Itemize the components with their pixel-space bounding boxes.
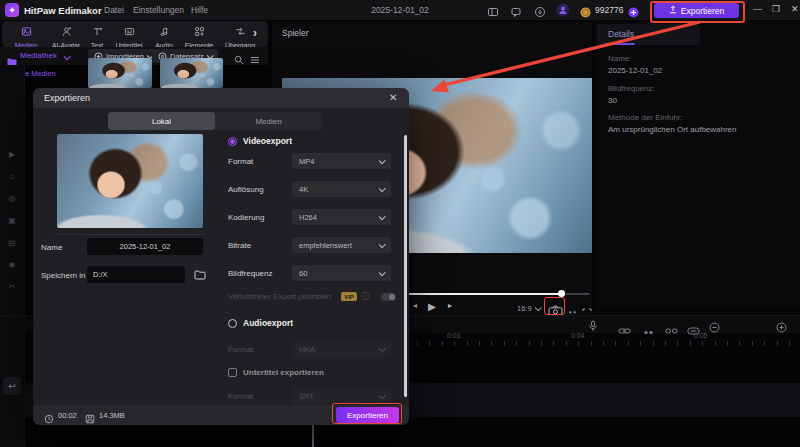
format-value: MP4: [299, 157, 314, 166]
framerate-select[interactable]: 60: [292, 265, 391, 281]
export-button-top[interactable]: Exportieren: [654, 3, 739, 18]
sidebar-tool-icon[interactable]: ◍: [6, 194, 18, 203]
subtitle-format-value: SRT: [299, 392, 314, 401]
next-frame-icon[interactable]: ▸: [448, 301, 452, 310]
vip-badge: VIP: [341, 292, 357, 301]
encoding-value: H264: [299, 213, 317, 222]
tab-elemente[interactable]: Elemente: [182, 23, 216, 45]
library-label[interactable]: Mediathek: [20, 51, 57, 60]
dialog-scrollbar[interactable]: [404, 135, 407, 397]
tool-sidebar: ▶ ♫ ◍ ▣ ▤ ◉ ✂ ↩: [0, 65, 25, 447]
save-location-input[interactable]: [87, 266, 185, 283]
sidebar-tool-icon[interactable]: ◉: [6, 260, 18, 269]
details-tab-underline: [605, 43, 635, 45]
audio-format-select: MKA: [292, 341, 391, 357]
transition-arrows-icon: [235, 23, 246, 41]
play-icon[interactable]: ▶: [428, 301, 436, 312]
tab-untertitel[interactable]: Untertitel: [112, 23, 146, 45]
menu-datei[interactable]: Datei: [104, 5, 124, 15]
media-thumbnail[interactable]: [160, 58, 223, 88]
close-icon[interactable]: ✕: [791, 4, 799, 14]
download-icon[interactable]: [534, 4, 546, 22]
undo-icon[interactable]: ↩: [3, 377, 21, 395]
media-thumbnail[interactable]: [88, 58, 152, 88]
upload-icon: [669, 5, 677, 16]
app-name: HitPaw Edimakor: [24, 5, 102, 16]
record-voiceover-icon[interactable]: [588, 318, 598, 336]
project-title: 2025-12-01_02: [352, 5, 448, 15]
audio-export-radio[interactable]: [228, 319, 237, 328]
menu-einstellungen[interactable]: Einstellungen: [133, 5, 184, 15]
detail-fps-label: Bildfrequenz:: [608, 84, 655, 93]
menu-hilfe[interactable]: Hilfe: [191, 5, 208, 15]
bitrate-label: Bitrate: [228, 241, 251, 250]
sidebar-tool-icon[interactable]: ▣: [6, 216, 18, 225]
user-avatar[interactable]: [556, 3, 570, 21]
chevron-down-icon: [379, 185, 386, 192]
split-clip-icon[interactable]: [643, 322, 654, 340]
link-clips-icon[interactable]: [618, 321, 631, 339]
name-input[interactable]: [87, 238, 203, 255]
maximize-icon[interactable]: ❐: [772, 4, 780, 14]
sidebar-tool-icon[interactable]: ▶: [6, 150, 18, 159]
timeline-ruler[interactable]: [417, 341, 800, 346]
layout-panels-icon[interactable]: [487, 4, 499, 22]
format-select[interactable]: MP4: [292, 153, 391, 169]
dialog-close-icon[interactable]: ✕: [389, 92, 397, 103]
tab-lokal[interactable]: Lokal: [108, 112, 215, 130]
app-logo-icon: ✦: [5, 3, 19, 17]
seek-bar-handle[interactable]: [558, 290, 565, 297]
lossless-toggle[interactable]: [381, 293, 396, 301]
search-icon[interactable]: [234, 51, 244, 69]
chevron-down-icon: [379, 213, 386, 220]
browse-folder-icon[interactable]: [191, 266, 208, 283]
feature-tab-strip: Medien AI-Avatar Text Untertitel Audio E…: [2, 21, 268, 47]
aspect-ratio-select[interactable]: 16:9: [517, 304, 540, 313]
chevron-down-icon: [379, 392, 386, 399]
framerate-label: Bildfrequenz: [228, 269, 272, 278]
list-view-icon[interactable]: [250, 51, 260, 69]
chevron-down-icon: [379, 269, 386, 276]
playhead[interactable]: [312, 425, 314, 447]
sidebar-tool-icon[interactable]: ▤: [6, 238, 18, 247]
sidebar-tool-icon[interactable]: ♫: [6, 172, 18, 181]
elements-shapes-icon: [194, 23, 205, 41]
chevron-down-icon: [379, 241, 386, 248]
tab-medien[interactable]: Medien: [8, 23, 44, 45]
export-target-tabs: Lokal Medien: [108, 112, 322, 130]
tab-text[interactable]: Text: [84, 23, 110, 45]
zoom-out-icon[interactable]: [709, 319, 720, 337]
encoding-select[interactable]: H264: [292, 209, 391, 225]
export-filesize: 14.3MB: [99, 411, 125, 420]
detail-method-label: Methode der Einfuhr:: [608, 113, 683, 122]
subtitle-format-select: SRT: [292, 388, 391, 404]
tabs-overflow-chevron[interactable]: ›: [253, 26, 257, 40]
unlink-clips-icon[interactable]: [665, 321, 678, 339]
minimize-icon[interactable]: —: [753, 4, 762, 14]
framerate-value: 60: [299, 269, 307, 278]
subtitle-export-checkbox[interactable]: [228, 368, 237, 377]
tab-medien-export[interactable]: Medien: [215, 112, 322, 130]
chevron-down-icon: [379, 345, 386, 352]
info-icon[interactable]: ⓘ: [361, 291, 369, 302]
feedback-bubble-icon[interactable]: [510, 4, 522, 22]
encoding-label: Kodierung: [228, 213, 264, 222]
format-label: Format: [228, 157, 253, 166]
previous-frame-icon[interactable]: ◂: [413, 301, 417, 310]
details-tab-label: Details: [608, 29, 634, 39]
bitrate-select[interactable]: empfehlenswert: [292, 237, 391, 253]
export-confirm-button[interactable]: Exportieren: [336, 407, 399, 423]
tab-ai-avatar[interactable]: AI-Avatar: [46, 23, 86, 45]
text-icon: [92, 23, 103, 41]
tab-audio[interactable]: Audio: [150, 23, 178, 45]
video-export-radio[interactable]: [228, 137, 237, 146]
export-button-label: Exportieren: [681, 6, 724, 16]
lossless-label: Verlustfreier Export priorisiert: [228, 292, 331, 301]
zoom-in-icon[interactable]: [776, 319, 787, 337]
resolution-select[interactable]: 4K: [292, 181, 391, 197]
sidebar-tool-icon[interactable]: ✂: [6, 282, 18, 291]
audio-export-heading: Audioexport: [243, 318, 293, 328]
add-coins-icon[interactable]: [628, 4, 639, 22]
detail-fps-value: 30: [608, 96, 617, 105]
aspect-ratio-value: 16:9: [517, 304, 532, 313]
